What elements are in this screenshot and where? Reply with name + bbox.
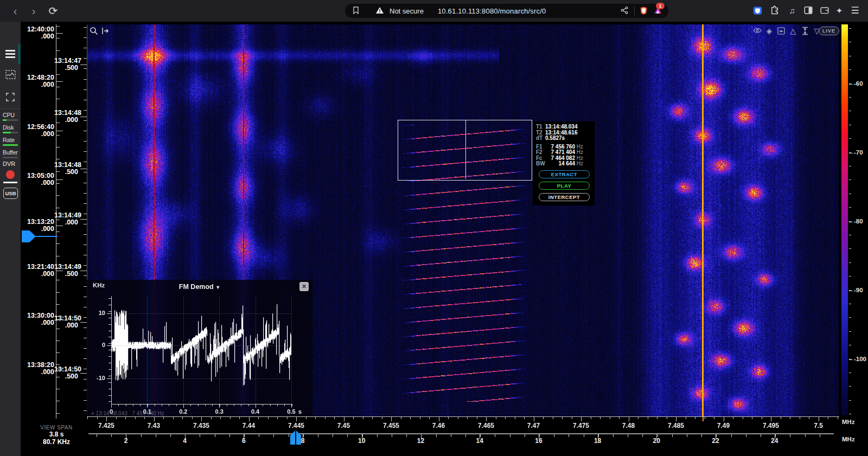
- fm-x-tick-label: 0.4: [247, 408, 264, 415]
- time-axis-label: 12:48:20.000: [21, 74, 54, 88]
- bookmark-icon[interactable]: [352, 6, 361, 16]
- frequency-tick-label: 7.475: [565, 422, 597, 429]
- cube-view-icon[interactable]: ◈: [765, 27, 774, 35]
- close-icon[interactable]: ✕: [299, 282, 309, 291]
- browser-toolbar: ‹ › ⟳ Not secure 10.61.10.113:8080/monar…: [0, 0, 868, 22]
- measurement-row: dT0.5827s: [536, 136, 592, 142]
- colorbar-tick-label: -100: [854, 356, 866, 362]
- colorbar-tick-label: -80: [854, 218, 863, 224]
- overview-tick-label: 4: [169, 437, 201, 445]
- dvr-label: DVR: [3, 160, 15, 167]
- frequency-tick-label: 7.44: [233, 422, 265, 429]
- fm-x-tick-label: 0.2: [175, 408, 192, 415]
- forward-button[interactable]: ›: [27, 4, 40, 17]
- visibility-icon[interactable]: [753, 27, 762, 35]
- not-secure-warning-icon: [375, 6, 385, 16]
- meter-label: Buffer: [3, 149, 21, 156]
- view-time-label: 13:14:49.000: [54, 212, 78, 226]
- view-span-time: 3.8 s: [28, 431, 85, 438]
- password-extension-icon[interactable]: [752, 5, 763, 16]
- view-time-label: 13:14:47.500: [54, 57, 78, 72]
- colorbar-tick-label: -70: [854, 149, 863, 156]
- fm-demod-waveform: [112, 296, 291, 403]
- frequency-tick-label: 7.49: [707, 422, 740, 429]
- frequency-tick-label: 7.5: [802, 422, 835, 429]
- meter-rate: Rate: [0, 137, 21, 146]
- time-axis-label: 13:21:40.000: [21, 264, 54, 278]
- view-time-label: 13:14:48.500: [54, 162, 78, 176]
- fm-demod-dropdown[interactable]: FM Demod ▼: [87, 283, 312, 291]
- address-bar[interactable]: Not secure 10.61.10.113:8080/monarch/src…: [345, 4, 668, 18]
- chevron-down-icon: ▼: [215, 285, 220, 290]
- colorbar-tick-label: -60: [854, 80, 863, 87]
- view-span-readout: VIEW SPAN 3.8 s 80.7 KHz: [28, 425, 85, 446]
- vertical-span-icon[interactable]: [801, 27, 809, 35]
- fm-x-tick-label: 0.5: [283, 408, 299, 415]
- overview-axis-unit: MHz: [842, 436, 855, 442]
- spectrum-view-icon[interactable]: [5, 70, 16, 81]
- overview-tick-label: 14: [463, 437, 496, 445]
- measurement-row: BW14 644 Hz: [536, 161, 592, 167]
- panel-expand-icon[interactable]: [101, 27, 110, 37]
- frequency-tick-label: 7.425: [90, 422, 123, 429]
- sidebar-toggle-icon[interactable]: [803, 5, 814, 16]
- resource-meters: CPUDiskRateBuffer: [0, 108, 21, 158]
- power-colorbar[interactable]: [841, 24, 848, 415]
- frequency-tick-label: 7.43: [138, 422, 170, 429]
- time-axis-label: 13:05:00.000: [21, 172, 54, 187]
- overview-position-handle[interactable]: [289, 429, 302, 445]
- overview-tick-label: 12: [405, 437, 437, 445]
- overview-tick-label: 6: [227, 437, 260, 445]
- fullscreen-icon[interactable]: [6, 93, 15, 104]
- rewards-badge: 1: [656, 3, 665, 9]
- view-time-label: 13:14:49.500: [54, 264, 78, 278]
- view-span-label: VIEW SPAN: [28, 425, 85, 431]
- usb-source-button[interactable]: USB: [3, 188, 18, 199]
- wallet-icon[interactable]: [819, 5, 830, 16]
- time-axis-label: 12:40:00.000: [21, 26, 54, 40]
- playhead-line: [35, 236, 58, 237]
- search-zoom-icon[interactable]: [90, 27, 98, 37]
- time-axis-label: 13:30:00.000: [21, 312, 54, 326]
- time-axis-label: 13:38:20.000: [21, 362, 54, 376]
- brave-shield-icon[interactable]: [639, 6, 649, 16]
- reload-button[interactable]: ⟳: [47, 4, 60, 17]
- display-settings-icon[interactable]: [777, 27, 786, 35]
- spectrogram-toolbar: ◈ △ ▽: [753, 27, 821, 35]
- share-icon[interactable]: [620, 6, 630, 16]
- overview-tick-label: 16: [522, 437, 555, 445]
- security-label: Not secure: [390, 7, 424, 15]
- measurement-panel: T113:14:48.034T213:14:48.616dT0.5827sF17…: [533, 121, 595, 205]
- meter-label: CPU: [3, 112, 21, 118]
- view-time-label: 13:14:50.000: [54, 315, 78, 329]
- meter-buffer: Buffer: [0, 149, 21, 158]
- measurement-row: F27 471 404 Hz: [536, 150, 592, 156]
- selection-rectangle[interactable]: [398, 120, 532, 181]
- selection-center-line: [465, 120, 466, 179]
- page-root: ‹ › ⟳ Not secure 10.61.10.113:8080/monar…: [0, 0, 868, 456]
- fm-y-tick-label: 0: [91, 342, 105, 348]
- play-button[interactable]: PLAY: [539, 182, 590, 190]
- view-span-bandwidth: 80.7 KHz: [28, 438, 85, 446]
- fm-y-tick-label: 10: [91, 310, 105, 316]
- overview-tick-label: 20: [640, 437, 673, 445]
- browser-menu-icon[interactable]: ☰: [850, 5, 860, 16]
- live-badge[interactable]: LIVE: [819, 27, 839, 35]
- overview-tick-label: 18: [582, 437, 614, 445]
- app-menu-icon[interactable]: [5, 50, 15, 58]
- meter-disk: Disk: [0, 124, 21, 133]
- frequency-tick-label: 7.465: [470, 422, 502, 429]
- meter-label: Rate: [3, 137, 21, 143]
- record-indicator[interactable]: [6, 170, 15, 179]
- back-button[interactable]: ‹: [9, 4, 22, 17]
- marker-up-icon[interactable]: △: [789, 27, 797, 35]
- leo-ai-icon[interactable]: ✦: [834, 5, 845, 16]
- media-extension-icon[interactable]: ♫: [787, 5, 797, 16]
- frequency-tick-label: 7.455: [375, 422, 407, 429]
- extract-button[interactable]: EXTRACT: [539, 170, 590, 178]
- frequency-tick-label: 7.435: [185, 422, 218, 429]
- colorbar-tick-label: -90: [854, 287, 863, 293]
- meter-cpu: CPU: [0, 112, 21, 121]
- intercept-button[interactable]: INTERCEPT: [539, 193, 590, 201]
- extensions-icon[interactable]: [769, 5, 780, 16]
